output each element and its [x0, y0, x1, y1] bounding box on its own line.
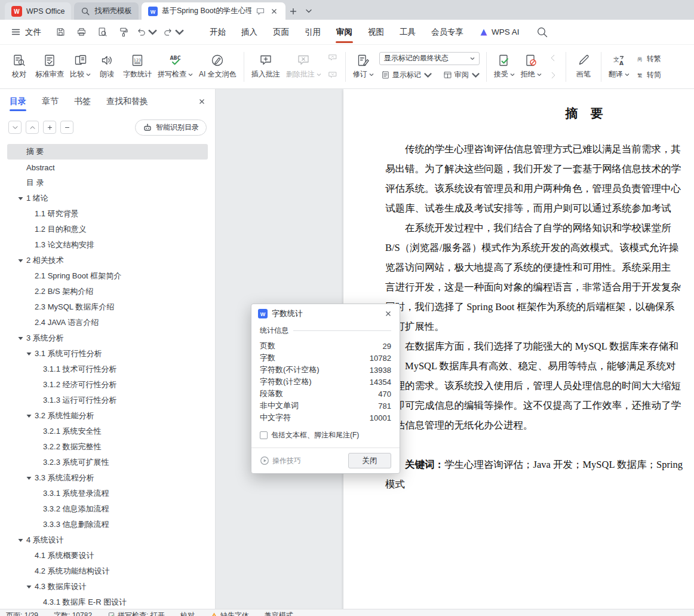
ribbon-reject-button[interactable]: 拒绝 [518, 49, 545, 85]
ribbon-review-pane-button[interactable]: 审阅 [441, 69, 482, 82]
toc-item[interactable]: 3.1.2 经济可行性分析 [7, 377, 208, 393]
toc-item[interactable]: 4.3 数据库设计 [7, 579, 208, 594]
toc-item[interactable]: 3.2.3 系统可扩展性 [7, 455, 208, 470]
menu-tab-1[interactable]: 插入 [234, 20, 265, 45]
close-tab-icon[interactable] [269, 7, 279, 16]
toc-collapse-icon[interactable] [18, 336, 26, 341]
collapse-level-button[interactable] [60, 121, 73, 134]
save-button[interactable] [51, 24, 70, 40]
toc-item[interactable]: 4.1 系统概要设计 [7, 548, 208, 563]
search-button[interactable] [534, 24, 551, 41]
sidebar-tab-chapters[interactable]: 章节 [42, 89, 59, 114]
ribbon-show-markup-button[interactable]: 显示标记 [379, 69, 434, 82]
redo-button[interactable] [161, 24, 186, 40]
ribbon-standard-review-button[interactable]: 标准审查 [32, 49, 67, 85]
status-item-0[interactable]: 页面: 1/29 [6, 611, 38, 616]
ribbon-proofread-button[interactable]: 校对 [6, 49, 32, 85]
sidebar-close-button[interactable] [197, 89, 207, 114]
status-item-5[interactable]: 兼容模式 [265, 611, 293, 616]
toc-item[interactable]: 4.3.1 数据库 E-R 图设计 [7, 594, 208, 610]
menu-tab-4[interactable]: 审阅 [328, 20, 360, 45]
status-item-3[interactable]: 校对 [180, 611, 195, 616]
toc-collapse-icon[interactable] [26, 476, 35, 480]
toc-item[interactable]: 4 系统设计 [7, 532, 208, 548]
ribbon-compare-button[interactable]: 比较 [67, 49, 94, 85]
ribbon-read-aloud-button[interactable]: 朗读 [94, 49, 120, 85]
dialog-close-button[interactable]: 关闭 [348, 453, 391, 468]
status-item-1[interactable]: 字数: 10782 [54, 611, 92, 616]
expand-all-button[interactable] [8, 121, 22, 134]
dialog-close-icon[interactable] [383, 309, 393, 318]
toc-item[interactable]: 3 系统分析 [7, 330, 208, 346]
ribbon-revision-button[interactable]: 修订 [350, 49, 377, 85]
toc-item[interactable]: Abstract [7, 160, 208, 175]
toc-item[interactable]: 3.2.2 数据完整性 [7, 439, 208, 455]
include-footnotes-checkbox[interactable]: 包括文本框、脚注和尾注(F) [260, 430, 391, 440]
ribbon-to-simplified-button[interactable]: 繁转简 [634, 68, 663, 81]
menu-tab-3[interactable]: 引用 [297, 20, 328, 45]
ribbon-to-traditional-button[interactable]: 尚转繁 [634, 52, 663, 65]
dialog-title-bar[interactable]: W 字数统计 [251, 304, 400, 323]
menu-tab-5[interactable]: 视图 [360, 20, 392, 45]
menu-tab-6[interactable]: 工具 [392, 20, 423, 45]
toc-item[interactable]: 3.3.1 系统登录流程 [7, 486, 208, 501]
ribbon-pen-button[interactable]: 画笔 [570, 49, 597, 85]
ribbon-insert-comment-button[interactable]: 插入批注 [248, 49, 283, 85]
toc-collapse-icon[interactable] [18, 197, 26, 201]
collapse-all-button[interactable] [26, 121, 39, 134]
print-preview-button[interactable] [93, 24, 112, 40]
toc-item[interactable]: 2.1 Spring Boot 框架简介 [7, 268, 208, 284]
toc-item[interactable]: 1.1 研究背景 [7, 206, 208, 222]
toc-item[interactable]: 3.1.1 技术可行性分析 [7, 361, 208, 377]
toc-item[interactable]: 3.3.2 信息添加流程 [7, 501, 208, 517]
toc-item[interactable]: 2 相关技术 [7, 253, 208, 268]
toc-item[interactable]: 2.2 B/S 架构介绍 [7, 284, 208, 299]
ribbon-ai-polish-button[interactable]: AI 全文润色 [196, 49, 239, 85]
ribbon-word-count-button[interactable]: 123字数统计 [120, 49, 155, 85]
toc-collapse-icon[interactable] [26, 414, 35, 418]
menu-tab-0[interactable]: 开始 [202, 20, 234, 45]
toc-item[interactable]: 2.4 JAVA 语言介绍 [7, 315, 208, 330]
toc-collapse-icon[interactable] [26, 585, 35, 589]
menu-tab-2[interactable]: 页面 [265, 20, 297, 45]
format-painter-button[interactable] [113, 24, 133, 40]
sidebar-tab-bookmarks[interactable]: 书签 [74, 89, 91, 114]
toc-item[interactable]: 3.2.1 系统安全性 [7, 424, 208, 439]
status-item-2[interactable]: 拼写检查: 打开 [108, 611, 165, 616]
toc-collapse-icon[interactable] [18, 259, 26, 263]
toc-item[interactable]: 3.1 系统可行性分析 [7, 346, 208, 361]
wps-home-tab[interactable]: W WPS Office [5, 2, 71, 20]
tab-list-dropdown[interactable] [301, 2, 317, 20]
print-button[interactable] [72, 24, 91, 40]
toc-item[interactable]: 目 录 [7, 175, 208, 191]
docer-template-tab[interactable]: 找稻壳模板 [74, 2, 139, 20]
new-tab-button[interactable] [285, 2, 301, 20]
toc-collapse-icon[interactable] [26, 352, 35, 356]
status-item-4[interactable]: 缺失字体 [210, 611, 249, 616]
toc-item[interactable]: 1.2 目的和意义 [7, 222, 208, 237]
toc-item[interactable]: 3.3 系统流程分析 [7, 470, 208, 486]
toc-item[interactable]: 3.2 系统性能分析 [7, 408, 208, 424]
toc-item[interactable]: 1 绪论 [7, 191, 208, 206]
expand-level-button[interactable] [43, 121, 56, 134]
sidebar-tab-contents[interactable]: 目录 [10, 89, 26, 114]
ribbon-spellcheck-button[interactable]: ABC拼写检查 [155, 49, 196, 85]
tips-link[interactable]: 操作技巧 [260, 456, 301, 466]
sidebar-tab-find-replace[interactable]: 查找和替换 [106, 89, 148, 114]
markup-state-combobox[interactable]: 显示标记的最终状态 [379, 52, 480, 65]
toc-item[interactable]: 4.2 系统功能结构设计 [7, 563, 208, 579]
toc-item[interactable]: 1.3 论文结构安排 [7, 237, 208, 253]
menu-tab-7[interactable]: 会员专享 [423, 20, 471, 45]
toc-item[interactable]: 2.3 MySQL 数据库介绍 [7, 299, 208, 315]
menu-tab-8[interactable]: WPS AI [471, 20, 527, 45]
smart-toc-button[interactable]: 智能识别目录 [135, 119, 207, 136]
ribbon-translate-button[interactable]: 文A翻译 [606, 49, 632, 85]
file-menu-button[interactable]: 文件 [6, 23, 46, 41]
undo-button[interactable] [134, 24, 159, 40]
toc-collapse-icon[interactable] [18, 538, 26, 543]
ribbon-accept-button[interactable]: 接受 [491, 49, 518, 85]
toc-item[interactable]: 摘 要 [7, 144, 208, 160]
toc-item[interactable]: 3.1.3 运行可行性分析 [7, 393, 208, 408]
toc-item[interactable]: 3.3.3 信息删除流程 [7, 517, 208, 532]
document-tab[interactable]: W 基于Spring Boot的学生心理 [142, 2, 285, 20]
